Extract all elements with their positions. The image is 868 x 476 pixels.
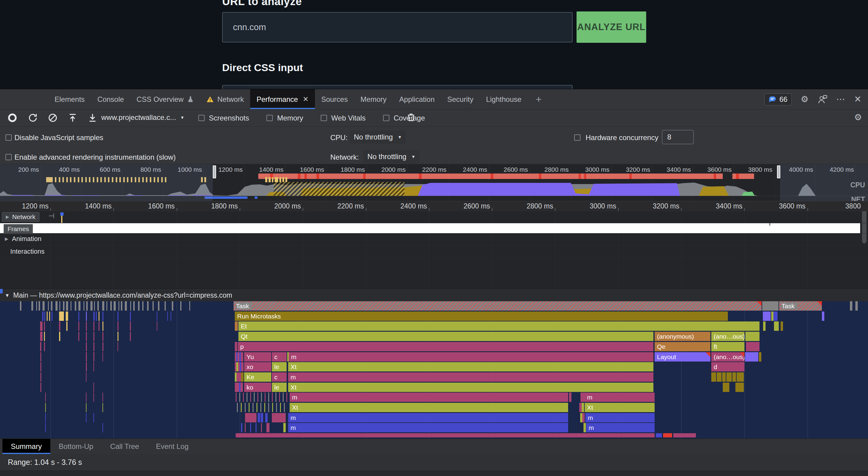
history-dropdown[interactable]: www.projectwallace.c... ▼	[101, 113, 184, 122]
flame-segment-c[interactable]: c	[272, 372, 287, 382]
flame-segment[interactable]	[850, 301, 852, 311]
flame-segment[interactable]	[723, 383, 730, 392]
checkbox-box[interactable]	[383, 115, 390, 121]
flame-segment[interactable]	[241, 372, 244, 382]
trash-icon[interactable]	[406, 113, 416, 123]
flame-segment[interactable]	[855, 301, 858, 311]
network-track-header[interactable]: ▶ Network	[2, 212, 39, 222]
flame-segment[interactable]	[781, 321, 783, 331]
settings-gear-icon[interactable]: ⚙	[801, 95, 809, 104]
flame-segment-qt[interactable]: Qt	[239, 332, 653, 341]
flame-segment-yu[interactable]: Yu	[244, 352, 271, 361]
flame-segment-qe[interactable]: Qe	[655, 342, 710, 351]
flame-segment-d[interactable]: d	[711, 362, 744, 372]
flame-segment-et[interactable]: Et	[239, 321, 760, 331]
bottom-tab-event-log[interactable]: Event Log	[147, 439, 197, 454]
flame-segment[interactable]	[235, 321, 238, 331]
analyze-url-button[interactable]: ANALYZE URL	[577, 11, 646, 43]
advanced-rendering-checkbox[interactable]	[5, 154, 12, 160]
flame-chart[interactable]: TaskTaskRun MicrotasksEtQt(anonymous)(an…	[0, 301, 868, 438]
flame-segment--ano-ous-[interactable]: (ano…ous)	[711, 332, 744, 341]
flame-segment[interactable]	[745, 332, 760, 341]
feedback-icon[interactable]	[818, 95, 827, 104]
save-profile-icon[interactable]	[87, 113, 98, 123]
tab-css-overview[interactable]: CSS Overview	[130, 89, 200, 109]
flame-segment[interactable]	[722, 372, 726, 382]
flame-segment[interactable]	[272, 413, 286, 422]
flame-segment[interactable]	[717, 372, 721, 382]
close-devtools-icon[interactable]: ✕	[854, 95, 861, 104]
flame-segment-le[interactable]: le	[272, 383, 287, 392]
flame-segment-m[interactable]: m	[288, 423, 568, 432]
flame-segment-xt[interactable]: Xt	[585, 403, 655, 412]
tab-memory[interactable]: Memory	[354, 89, 393, 109]
checkbox-memory[interactable]: Memory	[267, 114, 303, 122]
cpu-throttling-select[interactable]: No throttling ▼	[350, 130, 406, 144]
flame-segment-m[interactable]: m	[585, 413, 655, 422]
flame-segment-layout[interactable]: Layout	[655, 352, 710, 361]
scrollbar-thumb[interactable]	[862, 211, 867, 244]
flame-segment[interactable]	[673, 433, 696, 438]
record-icon[interactable]	[7, 113, 18, 123]
tab-security[interactable]: Security	[441, 89, 480, 109]
flame-segment-xt[interactable]: Xt	[288, 383, 653, 392]
tab-performance[interactable]: Performance✕	[250, 89, 315, 109]
bottom-tab-call-tree[interactable]: Call Tree	[101, 439, 147, 454]
selection-handle-left[interactable]	[213, 165, 216, 178]
track-resize-icon[interactable]: ⊣	[48, 212, 55, 220]
network-throttling-select[interactable]: No throttling ▼	[363, 150, 420, 163]
flame-segment[interactable]	[735, 383, 744, 392]
flame-segment[interactable]	[241, 352, 243, 361]
flame-segment[interactable]	[762, 301, 778, 311]
flame-segment-m[interactable]: m	[290, 392, 568, 402]
flame-segment[interactable]	[763, 312, 771, 321]
flame-segment-p[interactable]: p	[238, 342, 653, 351]
frames-track[interactable]: Frames	[0, 223, 860, 233]
flame-segment[interactable]	[656, 433, 662, 438]
flame-segment[interactable]	[579, 403, 582, 412]
checkbox-box[interactable]	[321, 115, 327, 121]
flame-segment-xt[interactable]: Xt	[290, 403, 568, 412]
flame-segment-task[interactable]: Task	[779, 301, 822, 311]
flame-segment[interactable]	[746, 342, 760, 351]
flame-segment-xo[interactable]: xo	[244, 362, 271, 372]
tab-application[interactable]: Application	[393, 89, 441, 109]
tab-network[interactable]: Network	[200, 89, 250, 109]
checkbox-box[interactable]	[198, 115, 205, 121]
flame-segment[interactable]	[776, 321, 779, 331]
flame-segment-m[interactable]: m	[289, 352, 653, 361]
flame-segment[interactable]	[241, 362, 244, 372]
flame-segment[interactable]	[582, 403, 584, 412]
load-profile-icon[interactable]	[67, 113, 78, 123]
selection-handle-right[interactable]	[777, 165, 780, 178]
flame-segment[interactable]	[737, 372, 744, 382]
flame-segment--anonymous-[interactable]: (anonymous)	[655, 332, 710, 341]
checkbox-coverage[interactable]: Coverage	[383, 114, 425, 122]
interactions-track-header[interactable]: Interactions	[10, 248, 44, 255]
flame-segment[interactable]	[261, 413, 263, 422]
collapse-icon[interactable]: ▼	[5, 293, 10, 298]
hardware-concurrency-input[interactable]	[662, 130, 694, 144]
add-tab-button[interactable]: +	[528, 89, 550, 109]
flame-segment[interactable]	[582, 413, 585, 422]
flame-segment[interactable]	[822, 312, 824, 321]
flame-segment[interactable]	[581, 392, 583, 402]
main-thread-header[interactable]: ▼ Main — https://www.projectwallace.com/…	[0, 289, 868, 301]
flame-segment--ano-ous-[interactable]: (ano…ous)	[711, 352, 744, 361]
flame-segment[interactable]	[774, 321, 776, 331]
checkbox-web-vitals[interactable]: Web Vitals	[321, 114, 366, 122]
close-tab-icon[interactable]: ✕	[303, 95, 309, 103]
tab-console[interactable]: Console	[91, 89, 130, 109]
clear-icon[interactable]	[48, 113, 58, 123]
url-to-analyze-input[interactable]	[222, 12, 572, 42]
flame-segment[interactable]	[569, 392, 571, 402]
flame-segment[interactable]	[265, 413, 268, 422]
flame-segment[interactable]	[584, 423, 586, 432]
bottom-tab-bottom-up[interactable]: Bottom-Up	[50, 439, 102, 454]
network-request-mark[interactable]	[60, 212, 64, 216]
capture-settings-gear-icon[interactable]: ⚙	[854, 113, 862, 122]
flame-segment-m[interactable]: m	[288, 413, 568, 422]
flame-segment-c[interactable]: c	[272, 352, 287, 361]
flame-segment[interactable]	[763, 321, 766, 331]
tab-elements[interactable]: Elements	[48, 89, 91, 109]
